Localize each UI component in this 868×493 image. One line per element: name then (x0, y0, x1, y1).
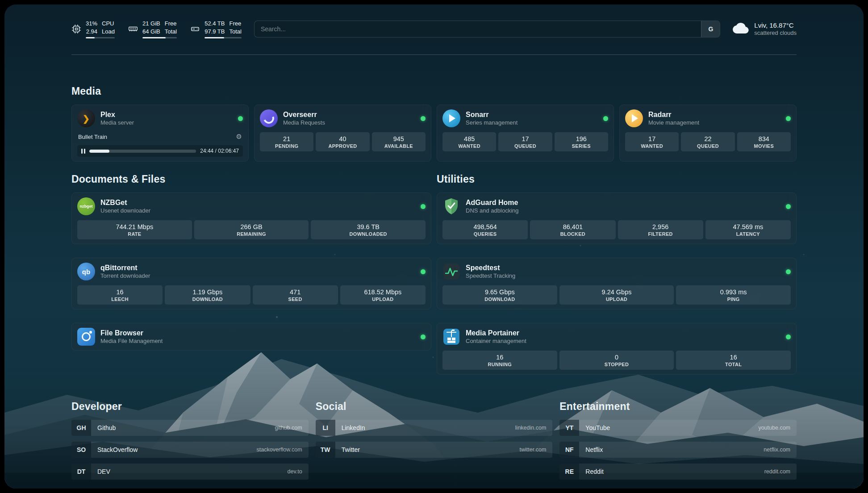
stat-running: 16RUNNING (442, 351, 557, 370)
bookmark-group-developer: Developer GH Github github.com SO StackO… (71, 401, 309, 480)
section-title-developer: Developer (71, 401, 309, 413)
adguard-icon (442, 197, 460, 215)
search-input[interactable] (255, 21, 701, 37)
bookmark-netflix[interactable]: NF Netflix netflix.com (559, 442, 797, 458)
topbar-divider (71, 54, 797, 55)
stat-available: 945AVAILABLE (372, 132, 426, 151)
stat-queued: 17QUEUED (498, 132, 552, 151)
stat-stopped: 0STOPPED (559, 351, 674, 370)
service-title: Radarr (648, 110, 699, 119)
stat-blocked: 86,401BLOCKED (530, 220, 615, 239)
section-title-utilities: Utilities (437, 173, 797, 185)
radarr-icon (625, 109, 643, 127)
service-title: Media Portainer (466, 329, 526, 337)
service-card-nzbget[interactable]: nzbget NZBGet Usenet downloader 744.21 M… (71, 192, 431, 244)
section-title-social: Social (316, 401, 553, 413)
weather-widget: Lviv, 16.87°C scattered clouds (733, 20, 797, 38)
service-card-portainer[interactable]: Media Portainer Container management 16R… (437, 323, 797, 375)
service-subtitle: Usenet downloader (100, 207, 150, 214)
stat-download: 1.19 GbpsDOWNLOAD (165, 285, 250, 305)
service-subtitle: Series management (466, 119, 517, 126)
bookmark-stackoverflow[interactable]: SO StackOverflow stackoverflow.com (71, 442, 309, 458)
memory-free-value: 21 GiB (142, 20, 160, 28)
now-playing-title: Bullet Train (78, 134, 107, 140)
status-dot (421, 334, 426, 339)
plex-icon (77, 109, 95, 127)
bookmark-youtube[interactable]: YT YouTube youtube.com (559, 420, 797, 436)
bookmark-dev[interactable]: DT DEV dev.to (71, 464, 309, 480)
stat-movies: 834MOVIES (737, 132, 791, 151)
nzbget-icon: nzbget (77, 197, 95, 215)
service-card-sonarr[interactable]: Sonarr Series management 485WANTED 17QUE… (437, 104, 614, 162)
status-dot (421, 269, 426, 274)
stat-approved: 40APPROVED (316, 132, 369, 151)
disk-icon (190, 24, 200, 34)
stat-pending: 21PENDING (260, 132, 313, 151)
service-card-filebrowser[interactable]: File Browser Media File Management (71, 323, 431, 351)
resource-widget-cpu: 31% CPU 2.94 Load (71, 20, 115, 38)
stat-ping: 0.993 msPING (676, 285, 791, 305)
bookmark-twitter[interactable]: TW Twitter twitter.com (316, 442, 553, 458)
stat-leech: 16LEECH (77, 285, 163, 305)
pause-icon[interactable] (81, 149, 85, 154)
stat-download: 9.65 GbpsDOWNLOAD (442, 285, 557, 305)
filebrowser-icon (77, 328, 95, 346)
service-card-qbittorrent[interactable]: qb qBittorrent Torrent downloader 16LEEC… (71, 258, 431, 309)
status-dot (603, 116, 608, 121)
memory-total-label: Total (165, 28, 177, 36)
memory-usage-bar (142, 37, 177, 38)
service-title: Overseerr (283, 110, 325, 119)
stat-filtered: 2,956FILTERED (618, 220, 703, 239)
playback-time: 24:44 / 02:06:47 (200, 148, 239, 154)
service-title: Sonarr (466, 110, 517, 119)
service-title: Plex (100, 110, 134, 119)
resource-widget-memory: 21 GiB Free 64 GiB Total (128, 20, 177, 38)
stat-wanted: 17WANTED (625, 132, 679, 151)
memory-total-value: 64 GiB (142, 28, 160, 36)
stat-downloaded: 39.6 TBDOWNLOADED (311, 220, 426, 239)
section-utilities: Utilities (437, 173, 797, 375)
cpu-load-label: Load (102, 28, 115, 36)
bookmark-reddit[interactable]: RE Reddit reddit.com (559, 464, 797, 480)
service-card-speedtest[interactable]: Speedtest Speedtest Tracking 9.65 GbpsDO… (437, 258, 797, 309)
cpu-icon (71, 24, 81, 34)
service-subtitle: Speedtest Tracking (466, 272, 515, 280)
status-dot (786, 334, 791, 339)
topbar: 31% CPU 2.94 Load 21 (71, 4, 797, 38)
cpu-load-value: 2.94 (86, 28, 97, 36)
service-card-adguard[interactable]: AdGuard Home DNS and adblocking 498,564Q… (437, 192, 797, 244)
section-media: Media Plex Media server Bullet Train (71, 85, 797, 162)
section-title-media: Media (71, 85, 797, 97)
resource-widget-disk: 52.4 TB Free 97.9 TB Total (190, 20, 242, 38)
search-provider-button[interactable]: G (701, 21, 720, 37)
bookmark-github[interactable]: GH Github github.com (71, 420, 309, 436)
service-subtitle: Media server (100, 119, 134, 126)
status-dot (786, 116, 791, 121)
service-card-radarr[interactable]: Radarr Movie management 17WANTED 22QUEUE… (619, 104, 797, 162)
overseerr-icon (260, 109, 278, 127)
section-title-entertainment: Entertainment (559, 401, 797, 413)
service-card-overseerr[interactable]: Overseerr Media Requests 21PENDING 40APP… (254, 104, 431, 162)
service-subtitle: Media File Management (100, 338, 163, 345)
status-dot (421, 204, 426, 209)
stat-latency: 47.569 msLATENCY (705, 220, 791, 239)
playback-progress-bar (89, 150, 196, 153)
service-card-plex[interactable]: Plex Media server Bullet Train 24:44 / 0… (71, 104, 249, 162)
service-subtitle: Movie management (648, 119, 699, 126)
stat-wanted: 485WANTED (442, 132, 496, 151)
bookmark-linkedin[interactable]: LI LinkedIn linkedin.com (316, 420, 553, 436)
service-title: AdGuard Home (466, 198, 519, 207)
sonarr-icon (442, 109, 460, 127)
stat-seed: 471SEED (253, 285, 338, 305)
stat-queued: 22QUEUED (681, 132, 734, 151)
status-dot (786, 204, 791, 209)
disk-free-label: Free (229, 20, 241, 28)
service-title: NZBGet (100, 198, 150, 207)
plex-settings-gear-icon[interactable] (236, 133, 242, 141)
dashboard-screen: 31% CPU 2.94 Load 21 (4, 4, 864, 489)
stat-queries: 498,564QUERIES (442, 220, 528, 239)
disk-usage-bar (204, 37, 242, 38)
cpu-usage-label: CPU (102, 20, 115, 28)
stat-upload: 9.24 GbpsUPLOAD (559, 285, 674, 305)
plex-progress-row: 24:44 / 02:06:47 (77, 145, 243, 157)
